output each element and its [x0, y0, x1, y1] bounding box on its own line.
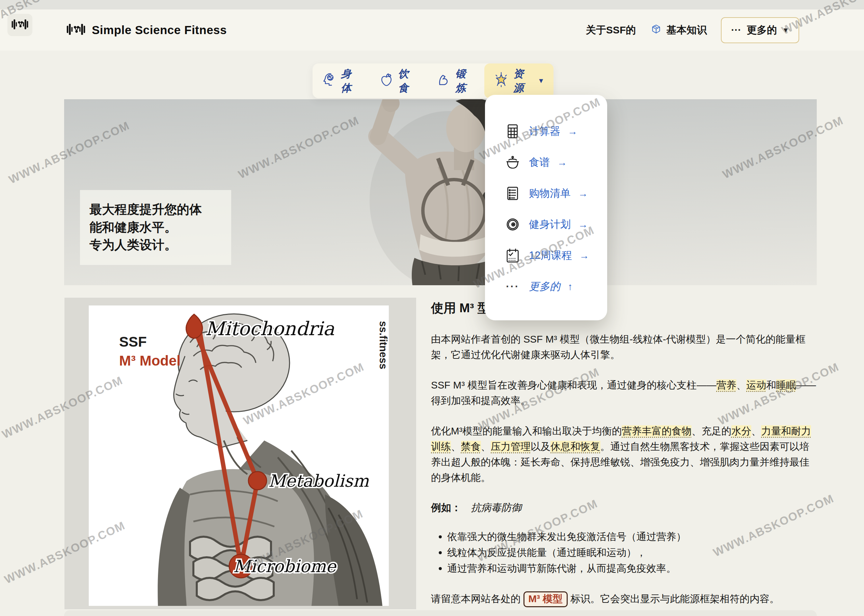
figure-brand-label: SSF: [119, 334, 147, 350]
text-segment: 请留意本网站各处的: [431, 593, 521, 604]
menu-item-12-week-course[interactable]: 12周课程 →: [485, 240, 607, 271]
m3-model-badge: M³ 模型: [523, 591, 568, 607]
inline-link[interactable]: 运动: [746, 379, 766, 391]
list-item: 通过营养和运动调节新陈代谢，从而提高免疫效率。: [447, 561, 819, 576]
figure-site-label: ss.fitness: [377, 321, 389, 369]
sparkle-star-icon: [493, 72, 509, 90]
site-title: Simple Science Fitness: [92, 23, 227, 37]
resources-dropdown: 计算器 → 食谱 → 购物清单 → 健身计划: [485, 95, 607, 320]
primary-nav: 身体 饮食 锻炼 资源 ▼: [313, 63, 553, 98]
text-segment: 标识。它会突出显示与此能源框架相符的内容。: [570, 593, 780, 604]
paragraph: SSF M³ 模型旨在改善身心健康和表现，通过健身的核心支柱——营养、运动和睡眠…: [431, 377, 819, 409]
example-label: 例如：: [431, 502, 461, 513]
brand-lockup[interactable]: Simple Science Fitness: [66, 9, 227, 50]
calculator-icon: [504, 124, 522, 139]
nav-item-diet[interactable]: 饮食: [370, 63, 427, 98]
nav-item-resources[interactable]: 资源 ▼: [484, 63, 553, 98]
hero-banner: 最大程度提升您的体 能和健康水平。 专为人类设计。: [64, 99, 817, 285]
weight-plate-icon: [504, 217, 522, 232]
menu-item-recipes[interactable]: 食谱 →: [485, 147, 607, 178]
arrow-right-icon: →: [578, 219, 588, 230]
node-label-mitochondria: Mitochondria: [205, 317, 335, 339]
inline-link[interactable]: 休息和恢复: [550, 441, 600, 452]
inline-link[interactable]: 压力管理: [491, 441, 531, 452]
text-segment: 优化M³模型的能量输入和输出取决于均衡的: [431, 425, 622, 437]
menu-item-fitness-plan[interactable]: 健身计划 →: [485, 209, 607, 240]
text-segment: 、: [451, 441, 461, 452]
list-item: 线粒体为反应提供能量（通过睡眠和运动），: [447, 545, 819, 560]
chevron-down-icon: ▼: [782, 26, 789, 34]
example-line: 例如： 抗病毒防御: [431, 501, 819, 515]
figure-model-label: M³ Model: [119, 353, 181, 369]
nav-item-exercise[interactable]: 锻炼: [427, 63, 484, 98]
logo-chip[interactable]: [8, 14, 32, 36]
header-link-basics[interactable]: 基本知识: [650, 23, 707, 38]
paragraph: 请留意本网站各处的M³ 模型标识。它会突出显示与此能源框架相符的内容。: [431, 591, 819, 607]
arrow-right-icon: →: [578, 188, 588, 199]
ellipsis-icon: ···: [731, 24, 741, 36]
flex-arm-icon: [436, 72, 451, 90]
arrow-right-icon: →: [557, 157, 567, 168]
inline-link[interactable]: 水分: [731, 425, 751, 437]
inline-link[interactable]: 禁食: [461, 441, 481, 452]
next-section-top-edge: [64, 610, 817, 616]
chevron-down-icon: ▼: [538, 77, 544, 85]
hero-headline: 最大程度提升您的体 能和健康水平。 专为人类设计。: [80, 190, 231, 265]
inline-link[interactable]: 营养: [716, 379, 737, 391]
inline-link[interactable]: 睡眠: [776, 379, 796, 391]
arrow-right-icon: →: [568, 126, 578, 137]
arrow-right-icon: →: [579, 250, 589, 261]
inline-link[interactable]: 营养丰富的食物: [622, 425, 691, 437]
nav-item-body[interactable]: 身体: [313, 63, 370, 98]
paragraph: 由本网站作者首创的 SSF M³ 模型（微生物组-线粒体-代谢模型）是一个简化的…: [431, 332, 819, 363]
paragraph: 优化M³模型的能量输入和输出取决于均衡的营养丰富的食物、充足的水分、力量和耐力训…: [431, 423, 819, 486]
header-more-button[interactable]: ··· 更多的 ▼: [721, 17, 799, 43]
text-segment: 以及: [531, 441, 550, 452]
node-label-metabolism: Metabolism: [268, 471, 369, 491]
node-label-microbiome: Microbiome: [233, 556, 337, 576]
site-header: Simple Science Fitness 关于SSF的 基本知识 ··· 更…: [0, 9, 864, 50]
text-segment: 、: [481, 441, 491, 452]
menu-item-grocery-list[interactable]: 购物清单 →: [485, 178, 607, 209]
head-brain-icon: [322, 72, 336, 90]
apple-icon: [379, 72, 394, 90]
list-icon: [504, 185, 522, 201]
ellipsis-icon: ···: [504, 280, 522, 293]
menu-item-more[interactable]: ··· 更多的 ↑: [485, 271, 607, 302]
m3-model-illustration: Mitochondria Metabolism Microbiome SSF M…: [89, 305, 389, 606]
header-link-about[interactable]: 关于SSF的: [586, 23, 636, 37]
text-segment: 、: [737, 379, 746, 391]
m3-model-card: Mitochondria Metabolism Microbiome SSF M…: [64, 298, 416, 609]
list-item: 依靠强大的微生物群来发出免疫激活信号（通过营养）: [447, 529, 819, 544]
text-segment: 和: [766, 379, 776, 391]
text-segment: 、充足的: [691, 425, 731, 437]
cooking-pot-icon: [504, 155, 522, 170]
cube-icon: [650, 23, 662, 38]
calendar-check-icon: [504, 248, 522, 263]
page-top-strip: [0, 0, 864, 9]
article-m3-model: 使用 M³ 型 由本网站作者首创的 SSF M³ 模型（微生物组-线粒体-代谢模…: [431, 298, 819, 607]
text-segment: 、: [751, 425, 761, 437]
example-value: 抗病毒防御: [471, 502, 522, 513]
dumbbell-molecule-icon: [66, 23, 86, 37]
dumbbell-molecule-icon: [11, 19, 29, 31]
bullet-list: 依靠强大的微生物群来发出免疫激活信号（通过营养）线粒体为反应提供能量（通过睡眠和…: [431, 529, 819, 576]
menu-item-calculators[interactable]: 计算器 →: [485, 116, 607, 147]
arrow-up-icon: ↑: [568, 281, 573, 292]
text-segment: SSF M³ 模型旨在改善身心健康和表现，通过健身的核心支柱——: [431, 379, 716, 391]
